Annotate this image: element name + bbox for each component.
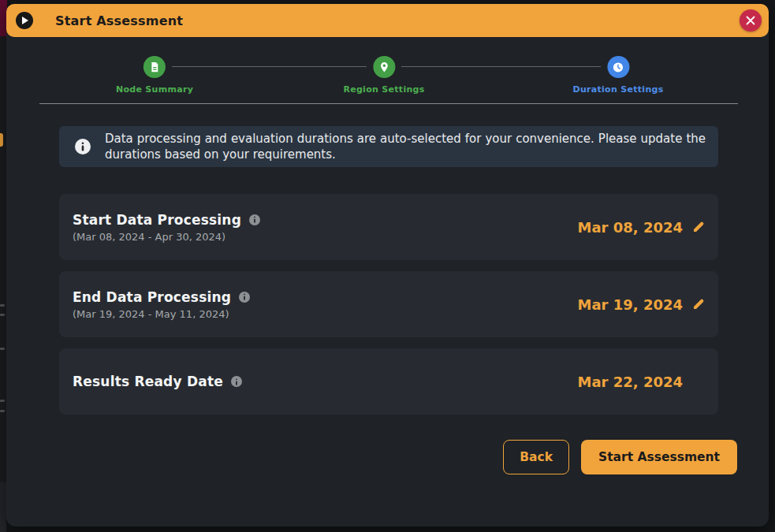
card-date-range: (Mar 08, 2024 - Apr 30, 2024) bbox=[73, 231, 260, 243]
start-assessment-button[interactable]: Start Assessment bbox=[581, 440, 737, 474]
end-data-processing-card: End Data Processing (Mar 19, 2024 - May … bbox=[59, 271, 718, 337]
background-text-fragment bbox=[0, 314, 5, 316]
card-title: Start Data Processing bbox=[73, 212, 241, 228]
info-banner: Data processing and evaluation durations… bbox=[59, 126, 718, 167]
pencil-edit-icon[interactable] bbox=[692, 221, 705, 233]
start-assessment-modal: Start Assessment bbox=[6, 4, 769, 526]
background-text-fragment bbox=[0, 400, 5, 402]
info-icon[interactable] bbox=[231, 376, 242, 387]
start-data-processing-card: Start Data Processing (Mar 08, 2024 - Ap… bbox=[59, 194, 718, 260]
modal-header: Start Assessment bbox=[6, 4, 769, 37]
document-icon bbox=[143, 56, 166, 78]
stepper-step-region-settings[interactable]: Region Settings bbox=[343, 56, 424, 95]
stepper-connector bbox=[401, 66, 601, 67]
card-title: Results Ready Date bbox=[73, 374, 223, 389]
date-value-row[interactable]: Mar 08, 2024 bbox=[578, 219, 705, 236]
background-page-fragment bbox=[0, 36, 6, 532]
date-value-row[interactable]: Mar 19, 2024 bbox=[578, 296, 705, 313]
stepper-step-label: Region Settings bbox=[343, 84, 424, 95]
card-title: End Data Processing bbox=[73, 289, 231, 305]
background-active-menu-fragment bbox=[0, 133, 3, 147]
modal-body: Node Summary Region Settings bbox=[6, 37, 769, 526]
selected-date: Mar 19, 2024 bbox=[578, 296, 683, 313]
modal-footer: Back Start Assessment bbox=[503, 440, 737, 474]
background-text-fragment bbox=[0, 348, 5, 350]
clock-icon bbox=[607, 56, 629, 78]
stepper-step-label: Node Summary bbox=[116, 84, 193, 95]
stepper-divider bbox=[39, 103, 738, 104]
pencil-edit-icon[interactable] bbox=[692, 298, 705, 311]
modal-title: Start Assessment bbox=[55, 13, 183, 28]
play-icon bbox=[16, 12, 33, 29]
selected-date: Mar 22, 2024 bbox=[578, 374, 683, 390]
close-button[interactable] bbox=[740, 9, 762, 32]
selected-date: Mar 08, 2024 bbox=[578, 219, 683, 236]
card-date-range: (Mar 19, 2024 - May 11, 2024) bbox=[73, 308, 250, 320]
background-text-fragment bbox=[0, 304, 5, 307]
stepper-step-node-summary[interactable]: Node Summary bbox=[116, 56, 193, 95]
results-ready-date-card: Results Ready Date Mar 22, 2024 bbox=[59, 348, 718, 415]
stepper-connector bbox=[172, 66, 367, 67]
location-pin-icon bbox=[373, 56, 395, 78]
info-banner-text: Data processing and evaluation durations… bbox=[105, 131, 706, 162]
close-icon bbox=[746, 16, 755, 25]
stepper-step-duration-settings[interactable]: Duration Settings bbox=[572, 56, 663, 95]
info-icon[interactable] bbox=[239, 292, 250, 303]
background-footer-fragment bbox=[0, 482, 6, 532]
back-button[interactable]: Back bbox=[503, 440, 569, 474]
background-text-fragment bbox=[0, 410, 5, 412]
page-background: Start Assessment bbox=[0, 0, 775, 532]
info-icon[interactable] bbox=[249, 214, 260, 225]
info-icon bbox=[75, 139, 91, 154]
date-value-row: Mar 22, 2024 bbox=[578, 374, 705, 390]
stepper-step-label: Duration Settings bbox=[572, 84, 663, 95]
